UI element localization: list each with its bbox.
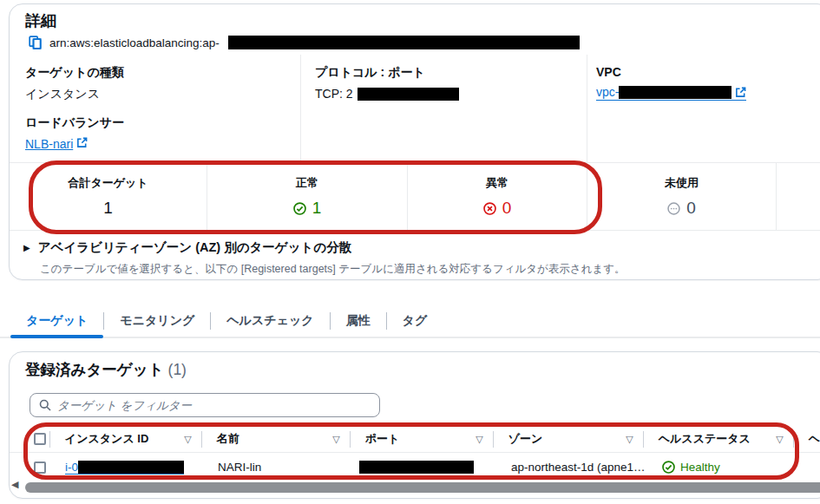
stat-total-targets: 合計ターゲット 1: [10, 163, 207, 230]
details-card: 詳細 arn:aws:elasticloadbalancing:ap- ターゲッ…: [9, 3, 820, 280]
registered-targets-title: 登録済みターゲット(1): [25, 359, 187, 380]
healthy-check-icon: [662, 461, 675, 474]
redaction-bar: [358, 88, 459, 101]
column-header-name[interactable]: 名前 ▽: [202, 426, 351, 452]
select-all-checkbox[interactable]: [34, 433, 46, 445]
redaction-bar: [359, 461, 474, 474]
pending-dots-icon: [667, 202, 680, 215]
cell-zone: ap-northeast-1d (apne1…: [496, 461, 647, 474]
target-type-label: ターゲットの種類: [25, 65, 300, 81]
az-panel-title: アベイラビリティーゾーン (AZ) 別のターゲットの分散: [38, 239, 351, 256]
tab-targets[interactable]: ターゲット: [10, 305, 103, 337]
arn-text: arn:aws:elasticloadbalancing:ap-: [49, 36, 220, 49]
target-filter-box: [30, 393, 380, 417]
cell-port: [352, 461, 496, 474]
stat-extra: [776, 163, 820, 230]
sort-icon[interactable]: ▽: [332, 434, 339, 445]
az-distribution-panel: ▶ アベイラビリティーゾーン (AZ) 別のターゲットの分散 このテーブルで値を…: [23, 239, 813, 277]
scroll-left-arrow-icon[interactable]: ◀: [11, 479, 18, 490]
protocol-port-value: TCP: 2: [315, 87, 587, 101]
stat-unused: 未使用 0: [587, 163, 776, 230]
cell-instance-id: i-0: [50, 461, 203, 475]
table-header-row: インスタンス ID ▽ 名前 ▽ ポート ▽ ゾーン ▽ ヘルスステータス ▽ …: [10, 426, 820, 453]
stat-unused-value: 0: [686, 199, 696, 218]
tab-bar: ターゲット モニタリング ヘルスチェック 属性 タグ: [0, 305, 820, 338]
load-balancer-link[interactable]: NLB-nari: [25, 137, 88, 151]
sort-icon[interactable]: ▽: [626, 434, 633, 445]
target-type-value: インスタンス: [25, 87, 300, 102]
arn-row: arn:aws:elasticloadbalancing:ap-: [29, 36, 580, 49]
search-icon: [39, 399, 51, 411]
redaction-bar: [78, 461, 184, 474]
row-select-cell: [10, 453, 50, 481]
redaction-bar: [619, 86, 731, 99]
stat-healthy: 正常 1: [207, 163, 407, 230]
column-header-instance-id[interactable]: インスタンス ID ▽: [50, 426, 202, 452]
vpc-link[interactable]: vpc-: [596, 85, 746, 101]
target-filter-input[interactable]: [57, 399, 371, 412]
select-all-cell: [10, 426, 50, 452]
az-panel-expander[interactable]: ▶ アベイラビリティーゾーン (AZ) 別のターゲットの分散: [23, 239, 813, 256]
stat-unhealthy-value: 0: [502, 199, 512, 218]
health-stats-row: 合計ターゲット 1 正常 1 異常 0 未使用 0: [10, 162, 820, 231]
protocol-port-label: プロトコル : ポート: [315, 65, 587, 81]
stat-healthy-value: 1: [312, 199, 322, 218]
error-x-icon: [483, 202, 496, 215]
az-panel-description: このテーブルで値を選択すると、以下の [Registered targets] …: [40, 262, 813, 277]
column-header-partial: ヘ: [794, 426, 820, 452]
redaction-bar: [228, 36, 580, 49]
instance-id-link[interactable]: i-0: [65, 461, 184, 475]
tab-attributes[interactable]: 属性: [331, 305, 386, 337]
stat-unhealthy: 異常 0: [407, 163, 587, 230]
horizontal-scrollbar[interactable]: [25, 482, 820, 493]
details-title: 詳細: [25, 10, 56, 31]
cell-health-status: Healthy: [647, 461, 798, 474]
stat-total-value: 1: [103, 199, 113, 218]
row-checkbox[interactable]: [34, 461, 46, 474]
targets-count: (1): [168, 361, 187, 378]
cell-name: NARI-lin: [203, 461, 352, 474]
table-row: i-0 NARI-lin ap-northeast-1d (apne1… Hea…: [10, 453, 820, 481]
registered-targets-card: 登録済みターゲット(1) インスタンス ID ▽ 名前 ▽ ポート ▽ ゾーン …: [9, 351, 820, 499]
external-link-icon: [76, 137, 88, 148]
tab-tags[interactable]: タグ: [387, 305, 443, 337]
details-grid: ターゲットの種類 インスタンス ロードバランサー NLB-nari プロトコル …: [10, 55, 820, 162]
copy-icon[interactable]: [29, 36, 43, 49]
tab-monitoring[interactable]: モニタリング: [104, 305, 210, 337]
column-header-zone[interactable]: ゾーン ▽: [494, 426, 644, 452]
sort-icon[interactable]: ▽: [776, 434, 783, 445]
vpc-label: VPC: [596, 65, 820, 79]
external-link-icon: [735, 87, 746, 98]
sort-icon[interactable]: ▽: [476, 434, 482, 445]
expand-arrow-icon: ▶: [23, 243, 30, 252]
column-header-health-status[interactable]: ヘルスステータス ▽: [644, 426, 794, 452]
load-balancer-label: ロードバランサー: [25, 115, 300, 131]
sort-icon[interactable]: ▽: [184, 434, 191, 445]
tab-health-check[interactable]: ヘルスチェック: [211, 305, 329, 337]
success-check-icon: [293, 202, 306, 215]
column-header-port[interactable]: ポート ▽: [351, 426, 494, 452]
